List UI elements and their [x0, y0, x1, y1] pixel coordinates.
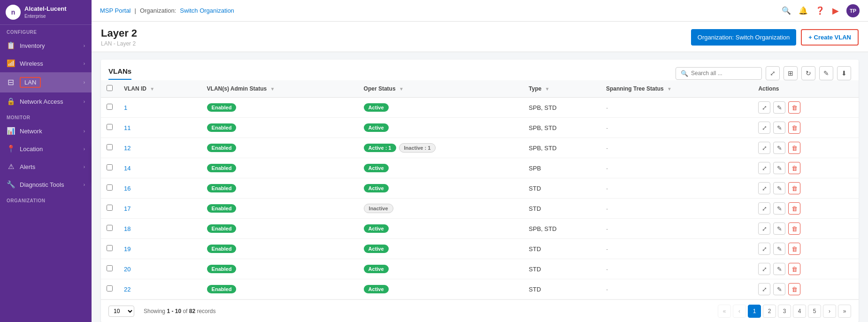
oper-status-filter-icon[interactable]: ▼ [399, 86, 404, 92]
sidebar-item-location[interactable]: 📍 Location › [0, 140, 92, 158]
row-checkbox-1[interactable] [107, 124, 113, 130]
search-box[interactable]: 🔍 [676, 67, 762, 80]
expand-row-btn-2[interactable]: ⤢ [758, 142, 770, 154]
vlan-id-link-14[interactable]: 14 [124, 165, 131, 172]
row-checkbox-7[interactable] [107, 245, 113, 251]
edit-row-btn-2[interactable]: ✎ [773, 142, 785, 154]
expand-row-btn-6[interactable]: ⤢ [758, 222, 770, 235]
type-filter-icon[interactable]: ▼ [545, 86, 550, 92]
oper-status-cell: Active : 1 Inactive : 1 [358, 138, 523, 158]
row-checkbox-2[interactable] [107, 144, 113, 150]
table-row: 22 Enabled Active STD - ⤢ ✎ 🗑 [101, 279, 859, 299]
expand-row-btn-3[interactable]: ⤢ [758, 162, 770, 174]
expand-row-btn-9[interactable]: ⤢ [758, 283, 770, 295]
page-last-btn[interactable]: » [838, 305, 851, 318]
edit-row-btn-0[interactable]: ✎ [773, 101, 785, 114]
delete-row-btn-2[interactable]: 🗑 [788, 142, 800, 154]
row-checkbox-9[interactable] [107, 285, 113, 291]
page-btn-5[interactable]: 5 [808, 305, 821, 318]
sidebar-item-network[interactable]: 📊 Network › [0, 122, 92, 140]
edit-row-btn-7[interactable]: ✎ [773, 243, 785, 255]
search-input[interactable] [691, 70, 757, 77]
table-row: 17 Enabled Inactive STD - ⤢ ✎ 🗑 [101, 199, 859, 219]
expand-row-btn-1[interactable]: ⤢ [758, 122, 770, 134]
row-checkbox-6[interactable] [107, 225, 113, 231]
vlan-id-link-11[interactable]: 11 [124, 124, 131, 131]
page-next-btn[interactable]: › [823, 305, 836, 318]
edit-row-btn-5[interactable]: ✎ [773, 202, 785, 215]
row-checkbox-0[interactable] [107, 104, 113, 110]
delete-row-btn-1[interactable]: 🗑 [788, 122, 800, 134]
oper-status-badge: Active [364, 103, 389, 112]
delete-row-btn-8[interactable]: 🗑 [788, 263, 800, 275]
vlan-id-link-22[interactable]: 22 [124, 286, 131, 293]
sidebar-item-inventory[interactable]: 📋 Inventory › [0, 37, 92, 54]
refresh-icon-btn[interactable]: ↻ [801, 66, 815, 80]
edit-row-btn-4[interactable]: ✎ [773, 182, 785, 194]
delete-row-btn-4[interactable]: 🗑 [788, 182, 800, 194]
edit-row-btn-3[interactable]: ✎ [773, 162, 785, 174]
search-topbar-icon[interactable]: 🔍 [782, 6, 791, 15]
bell-icon[interactable]: 🔔 [799, 6, 808, 15]
row-checkbox-4[interactable] [107, 184, 113, 191]
sidebar-item-diagnostic-tools[interactable]: 🔧 Diagnostic Tools › [0, 176, 92, 193]
table-footer: 10 25 50 100 Showing 1 - 10 of 82 record… [101, 299, 859, 322]
page-size-select[interactable]: 10 25 50 100 [108, 306, 134, 317]
delete-row-btn-0[interactable]: 🗑 [788, 101, 800, 114]
vlan-id-link-19[interactable]: 19 [124, 245, 131, 253]
sidebar-item-wireless[interactable]: 📶 Wireless › [0, 54, 92, 72]
delete-row-btn-5[interactable]: 🗑 [788, 202, 800, 215]
columns-icon-btn[interactable]: ⊞ [784, 66, 798, 80]
delete-row-btn-6[interactable]: 🗑 [788, 222, 800, 235]
vlan-id-link-1[interactable]: 1 [124, 104, 127, 111]
page-first-btn[interactable]: « [718, 305, 731, 318]
sidebar-item-network-access[interactable]: 🔒 Network Access › [0, 92, 92, 110]
edit-row-btn-1[interactable]: ✎ [773, 122, 785, 134]
vlan-id-link-17[interactable]: 17 [124, 205, 131, 212]
sidebar-item-alerts[interactable]: ⚠ Alerts › [0, 158, 92, 176]
expand-row-btn-4[interactable]: ⤢ [758, 182, 770, 194]
table-row: 14 Enabled Active SPB - ⤢ ✎ 🗑 [101, 158, 859, 178]
msp-portal-link[interactable]: MSP Portal [100, 7, 131, 14]
vlan-id-link-12[interactable]: 12 [124, 145, 131, 152]
edit-icon-btn[interactable]: ✎ [819, 66, 833, 80]
vlan-id-cell: 20 [118, 259, 201, 279]
page-prev-btn[interactable]: ‹ [733, 305, 746, 318]
row-checkbox-8[interactable] [107, 265, 113, 271]
vlan-id-link-18[interactable]: 18 [124, 225, 131, 232]
expand-row-btn-7[interactable]: ⤢ [758, 243, 770, 255]
edit-row-btn-8[interactable]: ✎ [773, 263, 785, 275]
page-btn-3[interactable]: 3 [778, 305, 791, 318]
help-icon[interactable]: ❓ [815, 6, 825, 15]
vlan-id-link-16[interactable]: 16 [124, 185, 131, 192]
vlan-id-link-20[interactable]: 20 [124, 266, 131, 273]
row-checkbox-3[interactable] [107, 164, 113, 170]
org-switch-button[interactable]: Organization: Switch Organization [691, 29, 797, 46]
create-vlan-button[interactable]: + Create VLAN [801, 29, 859, 46]
delete-row-btn-3[interactable]: 🗑 [788, 162, 800, 174]
page-btn-4[interactable]: 4 [793, 305, 806, 318]
expand-row-btn-5[interactable]: ⤢ [758, 202, 770, 215]
expand-icon-btn[interactable]: ⤢ [766, 66, 780, 80]
page-btn-1[interactable]: 1 [748, 305, 761, 318]
expand-row-btn-0[interactable]: ⤢ [758, 101, 770, 114]
delete-row-btn-7[interactable]: 🗑 [788, 243, 800, 255]
edit-row-btn-6[interactable]: ✎ [773, 222, 785, 235]
delete-row-btn-9[interactable]: 🗑 [788, 283, 800, 295]
sidebar-item-lan[interactable]: ⊟ LAN › → [0, 72, 92, 92]
vlan-id-filter-icon[interactable]: ▼ [150, 86, 154, 92]
oper-status-badge: Active [364, 245, 389, 253]
download-icon-btn[interactable]: ⬇ [837, 66, 851, 80]
youtube-icon[interactable]: ▶ [832, 6, 839, 16]
expand-row-btn-8[interactable]: ⤢ [758, 263, 770, 275]
spanning-tree-filter-icon[interactable]: ▼ [667, 86, 672, 92]
admin-status-filter-icon[interactable]: ▼ [270, 86, 275, 92]
row-checkbox-5[interactable] [107, 205, 113, 211]
select-all-checkbox[interactable] [107, 85, 113, 91]
header-oper-status: Oper Status ▼ [358, 80, 523, 98]
page-btn-2[interactable]: 2 [763, 305, 776, 318]
edit-row-btn-9[interactable]: ✎ [773, 283, 785, 295]
switch-org-link[interactable]: Switch Organization [180, 7, 234, 14]
monitor-section-label: MONITOR [0, 110, 92, 122]
admin-status-badge: Enabled [207, 285, 237, 293]
